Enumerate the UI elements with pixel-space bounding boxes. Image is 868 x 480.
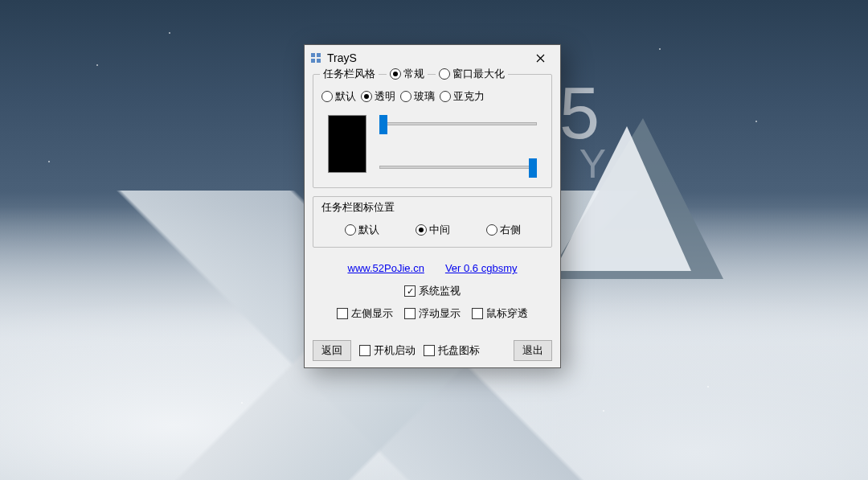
- radio-label: 中间: [429, 223, 450, 237]
- svg-rect-1: [317, 53, 321, 57]
- checkbox-label: 托盘图标: [438, 343, 480, 358]
- checkbox-icon: [404, 308, 416, 319]
- checkbox-icon: [337, 308, 348, 319]
- footer-bar: 返回 开机启动 托盘图标 退出: [305, 335, 560, 367]
- wallpaper-day-text: Y: [579, 141, 611, 187]
- radio-icon: [321, 91, 333, 102]
- slider-thumb[interactable]: [379, 115, 387, 134]
- checkbox-label: 系统监视: [419, 284, 461, 298]
- checkbox-label: 鼠标穿透: [486, 306, 528, 321]
- radio-label: 亚克力: [453, 89, 485, 104]
- taskbar-style-group: 任务栏风格 常规 窗口最大化 默认 透明: [313, 74, 552, 188]
- radio-label: 右侧: [500, 223, 521, 237]
- system-monitor-row: 系统监视: [313, 284, 552, 298]
- slider-1[interactable]: [379, 115, 537, 134]
- close-button[interactable]: [526, 47, 554, 68]
- slider-track: [379, 166, 537, 169]
- app-window: TrayS 任务栏风格 常规 窗口最大化 默: [304, 44, 561, 368]
- radio-icon: [416, 224, 427, 236]
- radio-pos-right[interactable]: 右侧: [486, 223, 521, 237]
- app-icon: [309, 51, 322, 64]
- checkbox-startup[interactable]: 开机启动: [359, 343, 416, 358]
- snow-dot: [707, 386, 709, 388]
- radio-icon: [400, 91, 411, 102]
- radio-mode-maximized[interactable]: 窗口最大化: [436, 67, 508, 81]
- checkbox-label: 开机启动: [374, 343, 416, 358]
- radio-icon: [390, 68, 401, 80]
- checkbox-tray-icon[interactable]: 托盘图标: [424, 343, 480, 358]
- radio-pos-default[interactable]: 默认: [345, 223, 379, 237]
- website-link[interactable]: www.52PoJie.cn: [348, 262, 424, 274]
- snow-dot: [169, 32, 170, 34]
- checkbox-mouse-through[interactable]: 鼠标穿透: [472, 306, 528, 321]
- taskbar-style-title: 任务栏风格: [320, 67, 379, 81]
- checkbox-icon: [359, 345, 371, 356]
- checkbox-label: 浮动显示: [419, 306, 461, 321]
- checkbox-system-monitor[interactable]: 系统监视: [404, 284, 461, 298]
- radio-icon: [345, 224, 356, 236]
- radio-label: 窗口最大化: [452, 67, 505, 81]
- links-row: www.52PoJie.cn Ver 0.6 cgbsmy: [313, 262, 552, 274]
- svg-rect-0: [311, 53, 315, 57]
- radio-label: 透明: [375, 89, 395, 104]
- snow-dot: [755, 121, 757, 122]
- checkbox-icon: [404, 285, 416, 297]
- radio-pos-center[interactable]: 中间: [416, 223, 450, 237]
- snow-dot: [48, 161, 50, 162]
- back-button[interactable]: 返回: [313, 340, 351, 361]
- icon-position-group: 任务栏图标位置 默认 中间 右侧: [313, 196, 552, 248]
- radio-label: 玻璃: [414, 89, 435, 104]
- version-link[interactable]: Ver 0.6 cgbsmy: [445, 262, 518, 274]
- radio-label: 默认: [358, 223, 379, 237]
- checkbox-label: 左侧显示: [351, 306, 393, 321]
- radio-icon: [440, 91, 451, 102]
- checkbox-icon: [424, 345, 435, 356]
- window-title: TrayS: [327, 51, 357, 64]
- svg-rect-2: [311, 59, 315, 63]
- radio-icon: [486, 224, 497, 236]
- exit-button[interactable]: 退出: [514, 340, 552, 361]
- icon-position-title: 任务栏图标位置: [321, 200, 543, 215]
- slider-2[interactable]: [379, 158, 537, 178]
- monitor-options-row: 左侧显示 浮动显示 鼠标穿透: [313, 306, 552, 321]
- svg-rect-3: [317, 59, 321, 63]
- checkbox-left-display[interactable]: 左侧显示: [337, 306, 393, 321]
- radio-icon: [361, 91, 372, 102]
- radio-label: 默认: [335, 89, 356, 104]
- radio-style-default[interactable]: 默认: [321, 89, 356, 104]
- radio-label: 常规: [403, 67, 424, 81]
- radio-style-transparent[interactable]: 透明: [361, 89, 395, 104]
- color-swatch[interactable]: [328, 115, 366, 173]
- snow-dot: [659, 48, 661, 50]
- slider-track: [379, 122, 537, 125]
- checkbox-icon: [472, 308, 483, 319]
- slider-thumb[interactable]: [529, 158, 537, 178]
- radio-style-acrylic[interactable]: 亚克力: [440, 89, 485, 104]
- snow-dot: [96, 64, 98, 66]
- snow-dot: [241, 402, 243, 404]
- snow-dot: [603, 410, 604, 412]
- radio-icon: [439, 68, 450, 80]
- checkbox-float-display[interactable]: 浮动显示: [404, 306, 461, 321]
- radio-mode-normal[interactable]: 常规: [387, 67, 428, 81]
- radio-style-glass[interactable]: 玻璃: [400, 89, 435, 104]
